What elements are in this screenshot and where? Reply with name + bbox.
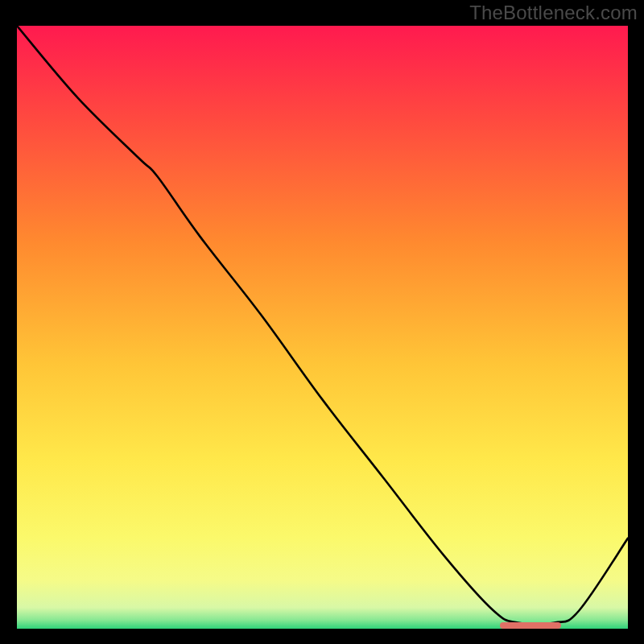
gradient-rect bbox=[17, 26, 628, 629]
watermark-text: TheBottleneck.com bbox=[469, 2, 638, 24]
plot-area bbox=[17, 26, 628, 629]
chart-stage: TheBottleneck.com bbox=[0, 0, 644, 644]
optimal-range-marker bbox=[500, 622, 561, 629]
chart-svg bbox=[17, 26, 628, 629]
